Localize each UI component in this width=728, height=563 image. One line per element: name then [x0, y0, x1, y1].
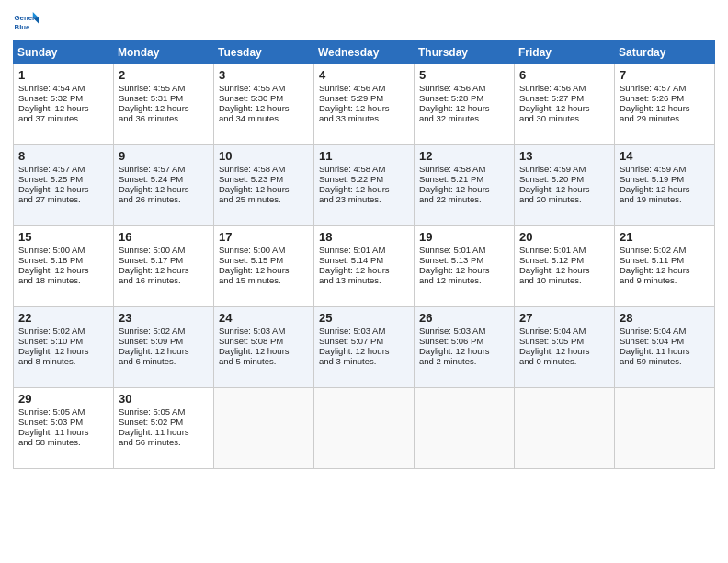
day-info: and 36 minutes. [119, 113, 210, 123]
day-info: Sunrise: 4:55 AM [119, 83, 210, 93]
day-number: 14 [620, 149, 711, 163]
day-info: and 37 minutes. [18, 113, 109, 123]
calendar-cell: 16Sunrise: 5:00 AMSunset: 5:17 PMDayligh… [114, 226, 214, 307]
header: General Blue [13, 9, 715, 35]
day-info: Sunset: 5:17 PM [119, 255, 210, 265]
day-header-monday: Monday [114, 41, 214, 64]
day-number: 15 [18, 230, 109, 244]
day-info: Daylight: 12 hours [319, 184, 410, 194]
header-row: SundayMondayTuesdayWednesdayThursdayFrid… [14, 41, 715, 64]
calendar-cell: 15Sunrise: 5:00 AMSunset: 5:18 PMDayligh… [14, 226, 114, 307]
svg-text:Blue: Blue [15, 23, 31, 31]
calendar-cell: 21Sunrise: 5:02 AMSunset: 5:11 PMDayligh… [615, 226, 715, 307]
day-info: Sunrise: 5:05 AM [119, 407, 210, 417]
day-info: Sunset: 5:12 PM [519, 255, 610, 265]
calendar-cell: 2Sunrise: 4:55 AMSunset: 5:31 PMDaylight… [114, 64, 214, 145]
day-info: Sunrise: 4:58 AM [419, 164, 510, 174]
day-info: Daylight: 12 hours [519, 265, 610, 275]
calendar-cell: 30Sunrise: 5:05 AMSunset: 5:02 PMDayligh… [114, 388, 214, 469]
calendar-cell: 6Sunrise: 4:56 AMSunset: 5:27 PMDaylight… [515, 64, 615, 145]
day-info: Sunrise: 4:57 AM [620, 83, 711, 93]
day-info: Sunset: 5:20 PM [519, 174, 610, 184]
week-row-3: 15Sunrise: 5:00 AMSunset: 5:18 PMDayligh… [14, 226, 715, 307]
day-info: and 16 minutes. [119, 275, 210, 285]
day-info: Sunset: 5:05 PM [519, 336, 610, 346]
day-info: and 18 minutes. [18, 275, 109, 285]
day-info: Sunset: 5:21 PM [419, 174, 510, 184]
day-info: Sunrise: 5:02 AM [18, 326, 109, 336]
main-container: General Blue SundayMondayTuesdayWednesda… [0, 0, 728, 477]
day-info: Sunset: 5:27 PM [519, 93, 610, 103]
day-info: Sunrise: 4:54 AM [18, 83, 109, 93]
day-info: and 2 minutes. [419, 356, 510, 366]
day-number: 16 [119, 230, 210, 244]
day-info: and 58 minutes. [18, 437, 109, 447]
day-info: Sunrise: 4:56 AM [319, 83, 410, 93]
day-info: Sunset: 5:03 PM [18, 417, 109, 427]
day-info: Daylight: 12 hours [119, 346, 210, 356]
calendar-cell: 5Sunrise: 4:56 AMSunset: 5:28 PMDaylight… [415, 64, 515, 145]
day-info: Sunset: 5:29 PM [319, 93, 410, 103]
day-number: 18 [319, 230, 410, 244]
day-info: and 30 minutes. [519, 113, 610, 123]
calendar-cell: 10Sunrise: 4:58 AMSunset: 5:23 PMDayligh… [214, 145, 314, 226]
day-info: Sunrise: 5:02 AM [620, 245, 711, 255]
calendar-cell: 1Sunrise: 4:54 AMSunset: 5:32 PMDaylight… [14, 64, 114, 145]
day-number: 19 [419, 230, 510, 244]
day-number: 21 [620, 230, 711, 244]
day-info: Sunrise: 5:01 AM [319, 245, 410, 255]
day-info: Sunrise: 4:59 AM [620, 164, 711, 174]
calendar-cell [515, 388, 615, 469]
calendar-cell: 22Sunrise: 5:02 AMSunset: 5:10 PMDayligh… [14, 307, 114, 388]
calendar-cell: 11Sunrise: 4:58 AMSunset: 5:22 PMDayligh… [314, 145, 415, 226]
day-info: Daylight: 12 hours [419, 184, 510, 194]
calendar-cell: 4Sunrise: 4:56 AMSunset: 5:29 PMDaylight… [314, 64, 415, 145]
calendar-cell: 28Sunrise: 5:04 AMSunset: 5:04 PMDayligh… [615, 307, 715, 388]
day-info: and 27 minutes. [18, 194, 109, 204]
week-row-5: 29Sunrise: 5:05 AMSunset: 5:03 PMDayligh… [14, 388, 715, 469]
day-info: Sunrise: 5:02 AM [119, 326, 210, 336]
day-info: Sunset: 5:15 PM [219, 255, 310, 265]
day-info: Daylight: 12 hours [119, 265, 210, 275]
calendar-cell: 7Sunrise: 4:57 AMSunset: 5:26 PMDaylight… [615, 64, 715, 145]
day-info: and 25 minutes. [219, 194, 310, 204]
day-info: and 15 minutes. [219, 275, 310, 285]
day-info: and 32 minutes. [419, 113, 510, 123]
day-info: Sunset: 5:30 PM [219, 93, 310, 103]
day-info: and 59 minutes. [620, 356, 711, 366]
calendar-cell: 26Sunrise: 5:03 AMSunset: 5:06 PMDayligh… [415, 307, 515, 388]
day-number: 3 [219, 68, 310, 82]
day-number: 26 [419, 311, 510, 325]
logo: General Blue [13, 9, 39, 35]
day-header-tuesday: Tuesday [214, 41, 314, 64]
day-info: and 0 minutes. [519, 356, 610, 366]
day-info: Sunset: 5:28 PM [419, 93, 510, 103]
day-info: Daylight: 12 hours [419, 265, 510, 275]
week-row-1: 1Sunrise: 4:54 AMSunset: 5:32 PMDaylight… [14, 64, 715, 145]
day-header-friday: Friday [515, 41, 615, 64]
day-info: Sunrise: 5:00 AM [18, 245, 109, 255]
day-number: 11 [319, 149, 410, 163]
day-number: 10 [219, 149, 310, 163]
week-row-4: 22Sunrise: 5:02 AMSunset: 5:10 PMDayligh… [14, 307, 715, 388]
day-number: 23 [119, 311, 210, 325]
day-info: Daylight: 12 hours [519, 346, 610, 356]
day-info: Sunrise: 5:00 AM [119, 245, 210, 255]
day-number: 9 [119, 149, 210, 163]
calendar-cell: 14Sunrise: 4:59 AMSunset: 5:19 PMDayligh… [615, 145, 715, 226]
day-info: Sunrise: 4:57 AM [119, 164, 210, 174]
calendar-cell [615, 388, 715, 469]
day-info: Sunset: 5:09 PM [119, 336, 210, 346]
calendar-cell: 23Sunrise: 5:02 AMSunset: 5:09 PMDayligh… [114, 307, 214, 388]
day-info: Sunrise: 5:03 AM [419, 326, 510, 336]
day-info: Daylight: 12 hours [18, 103, 109, 113]
calendar-cell: 8Sunrise: 4:57 AMSunset: 5:25 PMDaylight… [14, 145, 114, 226]
day-info: Sunrise: 5:01 AM [419, 245, 510, 255]
day-info: and 19 minutes. [620, 194, 711, 204]
day-info: Sunrise: 5:05 AM [18, 407, 109, 417]
day-info: and 13 minutes. [319, 275, 410, 285]
day-info: Daylight: 12 hours [119, 103, 210, 113]
day-info: Daylight: 12 hours [18, 184, 109, 194]
week-row-2: 8Sunrise: 4:57 AMSunset: 5:25 PMDaylight… [14, 145, 715, 226]
day-info: and 10 minutes. [519, 275, 610, 285]
